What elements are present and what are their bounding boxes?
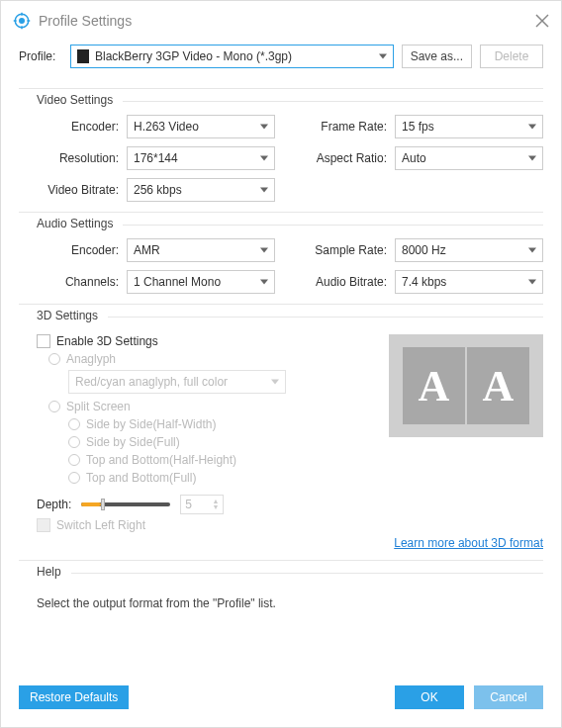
3d-settings-title: 3D Settings (37, 309, 98, 322)
split-opt-3-radio (68, 472, 80, 484)
help-title: Help (37, 565, 61, 579)
ok-button[interactable]: OK (395, 685, 464, 709)
chevron-down-icon (260, 188, 268, 193)
delete-button: Delete (480, 45, 543, 68)
video-encoder-label: Encoder: (23, 120, 127, 134)
window-title: Profile Settings (39, 13, 535, 29)
title-bar: Profile Settings (1, 1, 561, 41)
video-bitrate-select[interactable]: 256 kbps (127, 178, 275, 202)
chevron-down-icon (528, 248, 536, 253)
3d-preview: AA (389, 334, 543, 437)
profile-value: BlackBerry 3GP Video - Mono (*.3gp) (95, 49, 292, 63)
audio-settings-section: Audio Settings Encoder: AMR Sample Rate:… (19, 212, 543, 294)
divider (71, 573, 543, 574)
3d-settings-section: 3D Settings Enable 3D Settings Anaglyph … (19, 304, 543, 550)
cancel-button[interactable]: Cancel (474, 685, 543, 709)
divider (123, 225, 543, 226)
sample-rate-label: Sample Rate: (291, 243, 395, 257)
split-opt-2-label: Top and Bottom(Half-Height) (86, 453, 236, 467)
divider (108, 317, 543, 318)
divider (123, 101, 543, 102)
spinner-arrows-icon: ▲▼ (212, 499, 219, 510)
depth-slider[interactable] (81, 502, 170, 506)
video-encoder-select[interactable]: H.263 Video (127, 115, 275, 138)
audio-encoder-label: Encoder: (23, 243, 127, 257)
anaglyph-select: Red/cyan anaglyph, full color (68, 370, 286, 394)
chevron-down-icon (260, 248, 268, 253)
audio-bitrate-select[interactable]: 7.4 kbps (395, 270, 543, 294)
profile-dropdown[interactable]: BlackBerry 3GP Video - Mono (*.3gp) (70, 45, 394, 68)
chevron-down-icon (379, 54, 387, 59)
split-opt-2-radio (68, 454, 80, 466)
audio-settings-title: Audio Settings (37, 217, 113, 230)
chevron-down-icon (528, 156, 536, 161)
anaglyph-radio (48, 353, 60, 365)
help-section: Help Select the output format from the "… (19, 560, 543, 610)
anaglyph-label: Anaglyph (66, 352, 116, 366)
depth-spinner: 5 ▲▼ (180, 495, 224, 514)
split-opt-0-radio (68, 418, 80, 430)
aspect-ratio-label: Aspect Ratio: (291, 151, 395, 165)
frame-rate-select[interactable]: 15 fps (395, 115, 543, 138)
device-icon (77, 49, 89, 63)
app-icon (13, 12, 31, 30)
split-opt-0-label: Side by Side(Half-Width) (86, 417, 216, 431)
profile-label: Profile: (19, 49, 62, 63)
chevron-down-icon (260, 156, 268, 161)
switch-lr-checkbox (37, 518, 50, 532)
svg-point-1 (20, 19, 25, 24)
split-opt-3-label: Top and Bottom(Full) (86, 471, 196, 485)
save-as-button[interactable]: Save as... (402, 45, 472, 68)
learn-3d-link[interactable]: Learn more about 3D format (394, 536, 543, 550)
video-settings-title: Video Settings (37, 93, 113, 107)
aspect-ratio-select[interactable]: Auto (395, 146, 543, 170)
split-opt-1-label: Side by Side(Full) (86, 435, 180, 449)
chevron-down-icon (528, 125, 536, 130)
depth-label: Depth: (37, 498, 71, 511)
enable-3d-checkbox[interactable] (37, 334, 50, 348)
audio-encoder-select[interactable]: AMR (127, 238, 275, 262)
switch-lr-label: Switch Left Right (56, 518, 145, 532)
split-screen-radio (48, 401, 60, 412)
channels-select[interactable]: 1 Channel Mono (127, 270, 275, 294)
close-icon[interactable] (535, 14, 549, 28)
audio-bitrate-label: Audio Bitrate: (291, 275, 395, 289)
restore-defaults-button[interactable]: Restore Defaults (19, 685, 129, 709)
chevron-down-icon (260, 125, 268, 130)
help-text: Select the output format from the "Profi… (37, 596, 543, 610)
footer: Restore Defaults OK Cancel (1, 674, 561, 727)
profile-row: Profile: BlackBerry 3GP Video - Mono (*.… (1, 41, 561, 78)
enable-3d-label: Enable 3D Settings (56, 334, 158, 348)
video-bitrate-label: Video Bitrate: (23, 183, 127, 197)
sample-rate-select[interactable]: 8000 Hz (395, 238, 543, 262)
split-opt-1-radio (68, 436, 80, 448)
video-settings-section: Video Settings Encoder: H.263 Video Fram… (19, 88, 543, 202)
chevron-down-icon (271, 380, 279, 385)
resolution-label: Resolution: (23, 151, 127, 165)
resolution-select[interactable]: 176*144 (127, 146, 275, 170)
chevron-down-icon (260, 280, 268, 285)
frame-rate-label: Frame Rate: (291, 120, 395, 134)
channels-label: Channels: (23, 275, 127, 289)
split-screen-label: Split Screen (66, 400, 131, 413)
chevron-down-icon (528, 280, 536, 285)
